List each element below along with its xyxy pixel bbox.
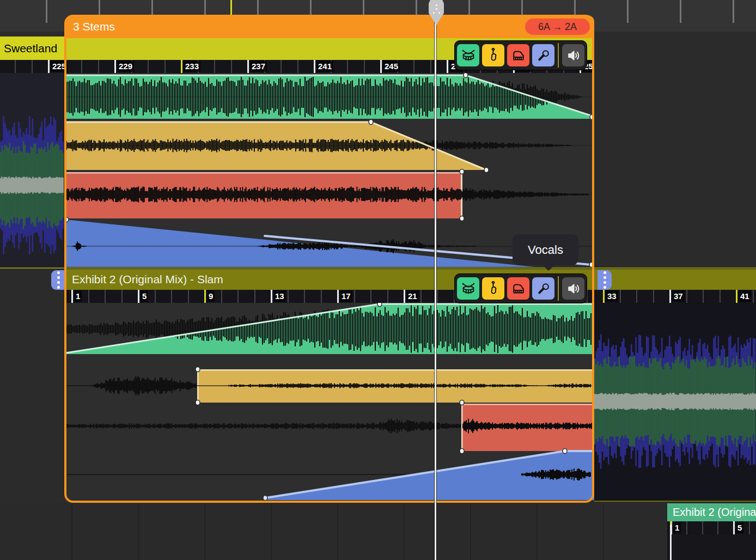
stem-volume-button[interactable] (562, 277, 584, 300)
ruler-label: 5 (736, 522, 743, 533)
stem-vocals-button[interactable] (532, 277, 554, 300)
vocals-tooltip: Vocals (513, 234, 578, 265)
ruler-label: 9 (207, 290, 215, 302)
deck-b-track-title: Exhibit 2 (Original Mix) - Slam (72, 269, 223, 290)
ruler-label: 245 (383, 60, 400, 72)
stem-instruments-button[interactable] (482, 44, 504, 66)
volume-icon (566, 281, 581, 296)
ruler-label: 17 (340, 290, 352, 302)
beat-tick (733, 0, 734, 23)
ruler-tick (271, 290, 272, 303)
ruler-tick (603, 290, 605, 303)
ruler-tick (181, 60, 182, 73)
ruler-label: 1 (673, 522, 681, 533)
ruler-tick (204, 290, 206, 303)
ruler-label: 237 (250, 60, 267, 72)
deck-b-track-header[interactable]: Exhibit 2 (Original Mix) - Slam (65, 269, 756, 290)
playhead-line (435, 14, 436, 560)
ruler-label: 229 (117, 60, 134, 72)
instruments-icon (486, 48, 501, 63)
deck-a-clip-header[interactable]: 3 Stems 6A → 2A (65, 15, 594, 38)
keys-icon (511, 281, 526, 296)
ruler-label: 233 (184, 60, 200, 72)
ruler-tick (71, 290, 73, 303)
ruler-tick (138, 290, 139, 303)
vocals-icon (536, 281, 551, 296)
stem-mixer-app: Exhibit 2 (Original Mix) - Slam 15913172… (0, 0, 756, 560)
ruler-label: 13 (273, 290, 286, 302)
deck-a-stem-toolbar (454, 40, 587, 70)
beat-tick (46, 0, 47, 23)
toolbar-divider (558, 43, 559, 68)
stem-drums-button[interactable] (457, 277, 479, 300)
beat-tick (627, 0, 629, 23)
ruler-tick (447, 60, 448, 73)
instruments-icon (486, 281, 501, 296)
deck-b-overview-waveform (594, 303, 756, 501)
stem-drums-button[interactable] (457, 44, 479, 66)
bottom-clip-ruler[interactable]: 15 (667, 521, 756, 534)
ruler-tick (733, 521, 735, 534)
ruler-tick (736, 290, 737, 303)
bottom-clip-lane-area (667, 534, 756, 560)
vocals-icon (536, 48, 551, 63)
beat-tick (680, 0, 681, 23)
ruler-tick (247, 60, 249, 73)
ruler-label: 37 (672, 290, 685, 302)
stem-instruments-button[interactable] (482, 277, 504, 300)
ruler-tick (337, 290, 339, 303)
stem-vocals-button[interactable] (532, 44, 554, 66)
ruler-label: 21 (406, 290, 419, 302)
ruler-label: 241 (316, 60, 333, 72)
ruler-label: 225 (51, 60, 68, 72)
ruler-tick (380, 60, 382, 73)
deck-b-stem-toolbar (454, 273, 587, 303)
track-divider-line (0, 267, 756, 269)
keys-icon (511, 48, 526, 63)
deck-b-bottom-edge (594, 501, 756, 502)
deck-b-right-drag-handle[interactable] (598, 270, 612, 290)
deck-b-ruler[interactable]: 1591317212529333741 (65, 290, 756, 303)
deck-b-stem-lanes[interactable] (65, 303, 594, 501)
ruler-label: 33 (606, 290, 618, 302)
ruler-tick (114, 60, 116, 73)
bottom-clip-start-marker (670, 522, 672, 560)
ruler-label: 41 (739, 290, 751, 302)
drums-icon (461, 48, 476, 63)
key-transition-badge: 6A → 2A (525, 19, 590, 35)
stem-keys-button[interactable] (507, 277, 529, 300)
timeline-lower-area (0, 503, 756, 560)
stem-volume-button[interactable] (562, 44, 584, 66)
deck-a-track-label: Sweetland (0, 36, 65, 60)
ruler-tick (404, 290, 405, 303)
vocals-tooltip-label: Vocals (528, 243, 563, 257)
stem-keys-button[interactable] (507, 44, 529, 66)
ruler-label: 1 (74, 290, 82, 302)
bottom-clip-header[interactable]: Exhibit 2 (Original Mix) - Slam (667, 503, 756, 521)
drums-icon (461, 281, 476, 296)
deck-b-left-drag-handle[interactable] (51, 270, 65, 290)
ruler-tick (669, 290, 671, 303)
bottom-clip-start-tick (670, 521, 672, 525)
deck-a-clip-title: 3 Stems (73, 15, 115, 38)
deck-a-overview-waveform (0, 73, 64, 267)
ruler-label: 5 (141, 290, 148, 302)
volume-icon (566, 48, 581, 63)
ruler-tick (314, 60, 315, 73)
ruler-tick (48, 60, 50, 73)
toolbar-divider (558, 276, 559, 301)
